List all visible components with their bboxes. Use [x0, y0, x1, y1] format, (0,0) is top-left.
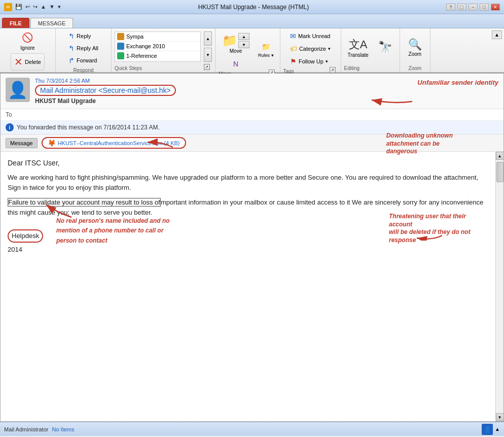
redo-icon[interactable]: ↪: [33, 4, 38, 10]
exchange-icon: [117, 43, 124, 50]
mail-from: Mail Administrator <Secure-mail@ust.hk>: [35, 85, 176, 96]
quick-save-icon[interactable]: 💾: [15, 4, 22, 10]
attachment-bar: Message 🦊 HKUST–CentralAuthenticationSer…: [1, 135, 503, 152]
move-down-button[interactable]: ▼: [238, 41, 249, 48]
respond-col: ↰ Reply ↰ Reply All ↱ Forward: [65, 30, 101, 66]
attachment-tab[interactable]: Message: [6, 138, 38, 148]
rules-icon: 📁: [262, 43, 270, 51]
reply-all-icon: ↰: [68, 44, 75, 52]
forward-label: Forward: [77, 57, 97, 63]
help-button[interactable]: ?: [446, 4, 455, 11]
editing-group-buttons: 文A Translate 🔭: [344, 30, 397, 64]
status-avatar: 👤: [482, 424, 493, 435]
exchange-label: Exchange 2010: [126, 43, 165, 49]
ribbon-tabs: FILE MESSAGE: [0, 14, 504, 28]
status-bar: Mail Administrator No Items 👤 ▲: [0, 422, 504, 436]
tags-dialog-button[interactable]: ↗: [330, 67, 336, 73]
maximize-button[interactable]: □: [480, 4, 489, 11]
annotation-noname: No real person's name included and nomen…: [56, 216, 170, 246]
qs-down-button[interactable]: ▼: [204, 48, 212, 62]
tags-col: ✉ Mark Unread 🏷 Categorize ▾ ⚑ Follow Up…: [287, 30, 334, 67]
move-up-button[interactable]: ▲: [238, 33, 249, 40]
mark-unread-label: Mark Unread: [298, 33, 331, 39]
scroll-track: ▲ ▼: [495, 152, 503, 421]
sender-avatar: 👤: [6, 78, 30, 102]
title-bar-left: ✉ 💾 ↩ ↪ ▲ ▼ ▾: [4, 3, 61, 11]
undo-icon[interactable]: ↩: [25, 4, 30, 10]
restore-button[interactable]: ⬚: [457, 4, 466, 11]
ribbon-group-editing: 文A Translate 🔭 Editing: [341, 28, 400, 72]
qs-up-button[interactable]: ▲: [204, 31, 212, 46]
categorize-icon: 🏷: [290, 45, 297, 53]
move-button[interactable]: 📁 ▲ ▼ Move: [219, 30, 253, 56]
zoom-label: Zoom: [409, 51, 422, 57]
ignore-button[interactable]: 🚫 Ignore: [18, 30, 37, 52]
app-icon: ✉: [4, 3, 12, 11]
ignore-icon: 🚫: [22, 32, 33, 43]
move-label: Move: [230, 48, 242, 54]
delete-label: Delete: [25, 59, 41, 65]
onenote-icon: N: [233, 60, 238, 68]
move-arrow-buttons: ▲ ▼: [238, 33, 249, 48]
ff-icon: 🦊: [48, 139, 56, 147]
reference-label: 1-Reference: [126, 53, 157, 59]
follow-up-button[interactable]: ⚑ Follow Up ▾: [287, 56, 334, 67]
forward-icon: ↱: [68, 56, 75, 64]
zoom-group-buttons: 🔍 Zoom: [404, 30, 426, 64]
ribbon-group-move: 📁 ▲ ▼ Move N 📁 Rules ▾: [215, 28, 280, 72]
reply-icon: ↰: [68, 32, 75, 40]
info-icon: i: [6, 123, 14, 131]
status-sender-name: Mail Administrator: [4, 426, 48, 432]
mail-greeting: Dear ITSC User,: [8, 158, 488, 169]
quick-step-exchange[interactable]: Exchange 2010: [115, 42, 200, 51]
up-icon[interactable]: ▲: [41, 4, 46, 10]
status-items: No Items: [52, 426, 74, 432]
zoom-button[interactable]: 🔍 Zoom: [404, 36, 426, 59]
mail-area: 👤 Thu 7/3/2014 2:56 AM Mail Administrato…: [0, 73, 504, 422]
reply-button[interactable]: ↰ Reply: [65, 30, 101, 42]
ribbon-collapse-button[interactable]: ▲: [492, 30, 502, 39]
down-icon[interactable]: ▼: [49, 4, 55, 10]
translate-button[interactable]: 文A Translate: [344, 35, 372, 60]
delete-icon: ✕: [14, 56, 23, 68]
minimize-button[interactable]: −: [469, 4, 478, 11]
close-button[interactable]: ✕: [491, 4, 500, 11]
mail-subject: HKUST Mail Upgrade: [35, 97, 498, 105]
mark-unread-button[interactable]: ✉ Mark Unread: [287, 30, 334, 42]
reply-all-label: Reply All: [77, 45, 98, 51]
reference-icon: [117, 52, 124, 59]
follow-up-label: Follow Up: [299, 58, 323, 64]
categorize-label: Categorize: [299, 46, 326, 52]
forward-button[interactable]: ↱ Forward: [65, 55, 101, 66]
status-expand-button[interactable]: ▲: [495, 426, 500, 432]
binoculars-button[interactable]: 🔭: [374, 38, 397, 56]
onenote-button[interactable]: N: [230, 58, 241, 70]
respond-group-label: Respond: [73, 66, 93, 74]
categorize-button[interactable]: 🏷 Categorize ▾: [287, 43, 334, 54]
status-text: Mail Administrator No Items: [4, 426, 75, 432]
reply-all-button[interactable]: ↰ Reply All: [65, 43, 101, 54]
helpdesk-label: Helpdesk: [12, 232, 39, 240]
status-person-icon: 👤: [484, 426, 491, 433]
more-icon[interactable]: ▾: [58, 4, 61, 10]
quick-step-reference[interactable]: 1-Reference: [115, 51, 200, 61]
sympa-icon: [117, 33, 124, 40]
ribbon-group-zoom: 🔍 Zoom Zoom: [400, 28, 430, 72]
quicksteps-dialog-button[interactable]: ↗: [204, 64, 210, 70]
avatar-person-icon: 👤: [8, 80, 28, 99]
rules-button[interactable]: 📁 Rules ▾: [255, 41, 277, 59]
scroll-down-button[interactable]: ▼: [496, 413, 504, 421]
tab-file[interactable]: FILE: [2, 18, 29, 28]
arrow-threatening: [402, 215, 493, 241]
zoom-group-label: Zoom: [409, 64, 422, 72]
mail-header: 👤 Thu 7/3/2014 2:56 AM Mail Administrato…: [1, 74, 503, 109]
delete-button[interactable]: ✕ Delete: [11, 53, 45, 71]
mark-unread-icon: ✉: [290, 32, 296, 40]
title-bar-controls: ? ⬚ − □ ✕: [446, 4, 500, 11]
scroll-up-button[interactable]: ▲: [496, 152, 504, 160]
scroll-thumb[interactable]: [496, 162, 503, 182]
annotation-unfamiliar-sender: Unfamiliar sender identity: [417, 79, 498, 86]
quick-step-sympa[interactable]: Sympa: [115, 32, 200, 42]
mail-content-wrapper: Dear ITSC User, We are working hard to f…: [1, 152, 503, 421]
tab-message[interactable]: MESSAGE: [30, 18, 73, 28]
